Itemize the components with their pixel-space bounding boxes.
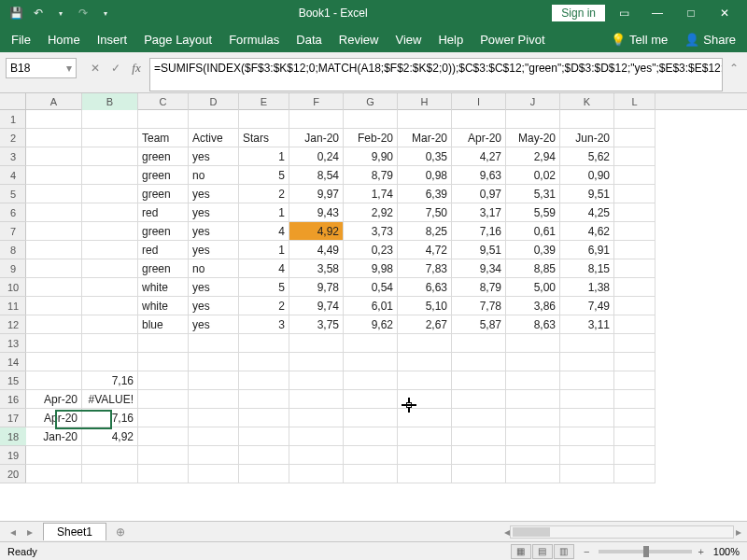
- cell-K1[interactable]: [560, 110, 614, 129]
- cell-I14[interactable]: [452, 353, 506, 371]
- sheet-nav-prev-icon[interactable]: ◂: [6, 525, 21, 539]
- expand-fbar-icon[interactable]: ⌃: [726, 58, 741, 78]
- zoom-slider[interactable]: [599, 550, 692, 553]
- undo-icon[interactable]: ↶: [30, 5, 47, 21]
- select-all-corner[interactable]: [0, 93, 26, 110]
- cell-L11[interactable]: [614, 297, 655, 315]
- cell-H15[interactable]: [398, 371, 452, 390]
- cell-I6[interactable]: 3,17: [452, 203, 506, 222]
- cell-F3[interactable]: 0,24: [289, 147, 344, 166]
- cell-J15[interactable]: [506, 371, 560, 390]
- cell-B2[interactable]: [82, 129, 138, 147]
- cell-L14[interactable]: [614, 353, 655, 371]
- name-box[interactable]: B18 ▾: [6, 58, 77, 78]
- cell-E20[interactable]: [239, 465, 289, 483]
- cell-B17[interactable]: 7,16: [82, 409, 138, 427]
- cell-F16[interactable]: [289, 390, 344, 409]
- cell-D17[interactable]: [189, 409, 239, 427]
- cell-E19[interactable]: [239, 446, 289, 465]
- cell-F8[interactable]: 4,49: [289, 241, 344, 259]
- tab-formulas[interactable]: Formulas: [229, 33, 279, 47]
- hscroll-thumb[interactable]: [513, 527, 550, 537]
- cell-G5[interactable]: 1,74: [344, 185, 398, 203]
- cell-L1[interactable]: [614, 110, 655, 129]
- view-break-icon[interactable]: ▥: [554, 544, 574, 559]
- cell-H2[interactable]: Mar-20: [398, 129, 452, 147]
- cell-J1[interactable]: [506, 110, 560, 129]
- cell-A15[interactable]: [26, 371, 82, 390]
- cell-E4[interactable]: 5: [239, 166, 289, 185]
- close-icon[interactable]: ✕: [710, 4, 740, 22]
- cell-J2[interactable]: May-20: [506, 129, 560, 147]
- cell-J18[interactable]: [506, 427, 560, 446]
- cell-D4[interactable]: no: [189, 166, 239, 185]
- cell-A1[interactable]: [26, 110, 82, 129]
- cell-J20[interactable]: [506, 465, 560, 483]
- cell-C20[interactable]: [138, 465, 189, 483]
- cell-D12[interactable]: yes: [189, 315, 239, 334]
- zoom-out-icon[interactable]: −: [584, 546, 589, 557]
- cell-D5[interactable]: yes: [189, 185, 239, 203]
- cell-L4[interactable]: [614, 166, 655, 185]
- cell-J17[interactable]: [506, 409, 560, 427]
- cell-A11[interactable]: [26, 297, 82, 315]
- cell-D16[interactable]: [189, 390, 239, 409]
- view-normal-icon[interactable]: ▦: [511, 544, 531, 559]
- cell-J14[interactable]: [506, 353, 560, 371]
- ribbon-display-icon[interactable]: ▭: [609, 4, 639, 22]
- cell-H18[interactable]: [398, 427, 452, 446]
- cell-I8[interactable]: 9,51: [452, 241, 506, 259]
- cell-E15[interactable]: [239, 371, 289, 390]
- cell-I20[interactable]: [452, 465, 506, 483]
- cell-K3[interactable]: 5,62: [560, 147, 614, 166]
- cell-C19[interactable]: [138, 446, 189, 465]
- cell-E12[interactable]: 3: [239, 315, 289, 334]
- cell-G4[interactable]: 8,79: [344, 166, 398, 185]
- cell-E7[interactable]: 4: [239, 222, 289, 241]
- cell-L19[interactable]: [614, 446, 655, 465]
- cell-C10[interactable]: white: [138, 278, 189, 297]
- fx-icon[interactable]: fx: [127, 59, 146, 77]
- cell-G17[interactable]: [344, 409, 398, 427]
- cell-I11[interactable]: 7,78: [452, 297, 506, 315]
- cell-K18[interactable]: [560, 427, 614, 446]
- row-header-19[interactable]: 19: [0, 446, 26, 465]
- cell-E14[interactable]: [239, 353, 289, 371]
- cell-F14[interactable]: [289, 353, 344, 371]
- tab-power-pivot[interactable]: Power Pivot: [480, 33, 544, 47]
- cell-F7[interactable]: 4,92: [289, 222, 344, 241]
- cell-E3[interactable]: 1: [239, 147, 289, 166]
- cell-I19[interactable]: [452, 446, 506, 465]
- zoom-level[interactable]: 100%: [713, 546, 740, 557]
- row-header-20[interactable]: 20: [0, 465, 26, 483]
- cell-L10[interactable]: [614, 278, 655, 297]
- undo-dd-icon[interactable]: ▾: [52, 5, 69, 21]
- col-header-K[interactable]: K: [560, 93, 614, 110]
- cell-D15[interactable]: [189, 371, 239, 390]
- cell-I16[interactable]: [452, 390, 506, 409]
- cell-A4[interactable]: [26, 166, 82, 185]
- cell-J9[interactable]: 8,85: [506, 259, 560, 278]
- cell-E13[interactable]: [239, 334, 289, 353]
- cell-C6[interactable]: red: [138, 203, 189, 222]
- cell-A3[interactable]: [26, 147, 82, 166]
- row-header-8[interactable]: 8: [0, 241, 26, 259]
- cell-J16[interactable]: [506, 390, 560, 409]
- tab-home[interactable]: Home: [48, 33, 80, 47]
- col-header-C[interactable]: C: [138, 93, 189, 110]
- cell-G9[interactable]: 9,98: [344, 259, 398, 278]
- cell-C15[interactable]: [138, 371, 189, 390]
- cell-L8[interactable]: [614, 241, 655, 259]
- cell-F2[interactable]: Jan-20: [289, 129, 344, 147]
- tell-me-button[interactable]: 💡Tell me: [611, 33, 668, 47]
- row-header-7[interactable]: 7: [0, 222, 26, 241]
- cell-A12[interactable]: [26, 315, 82, 334]
- cell-B15[interactable]: 7,16: [82, 371, 138, 390]
- cell-G20[interactable]: [344, 465, 398, 483]
- cell-J3[interactable]: 2,94: [506, 147, 560, 166]
- cell-L16[interactable]: [614, 390, 655, 409]
- cell-H1[interactable]: [398, 110, 452, 129]
- cell-L2[interactable]: [614, 129, 655, 147]
- cell-H4[interactable]: 0,98: [398, 166, 452, 185]
- cell-F19[interactable]: [289, 446, 344, 465]
